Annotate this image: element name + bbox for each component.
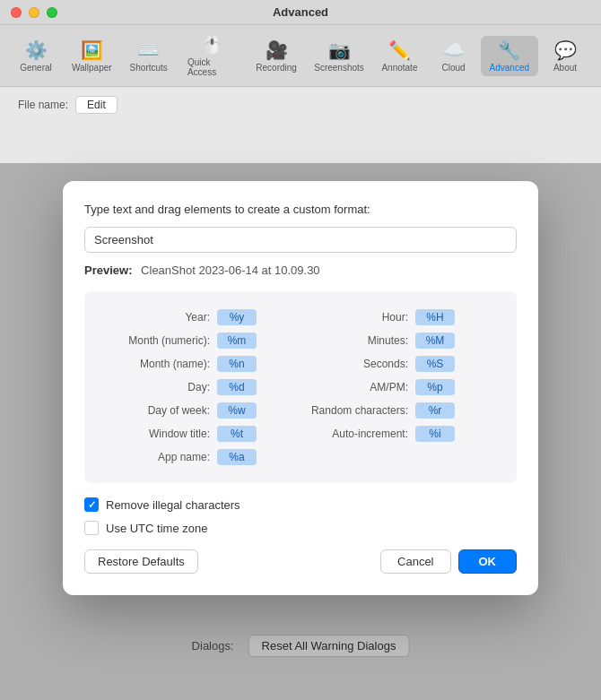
checkbox-row-remove-illegal[interactable]: Remove illegal characters bbox=[84, 497, 517, 512]
minimize-button[interactable] bbox=[29, 7, 39, 18]
ok-button[interactable]: OK bbox=[458, 549, 518, 574]
format-row-hour: Hour: %H bbox=[300, 306, 499, 329]
format-badge-year[interactable]: %y bbox=[217, 309, 257, 325]
format-row-month-name: Month (name): %n bbox=[102, 352, 300, 376]
window-controls bbox=[11, 7, 57, 18]
format-label-month-name: Month (name): bbox=[102, 358, 210, 370]
format-row-minutes: Minutes: %M bbox=[300, 329, 499, 352]
format-label-auto-increment: Auto-increment: bbox=[300, 428, 408, 440]
format-row-month-num: Month (numeric): %m bbox=[102, 329, 300, 352]
format-badge-random[interactable]: %r bbox=[415, 402, 455, 419]
utc-timezone-label: Use UTC time zone bbox=[106, 522, 207, 535]
file-name-label: File name: bbox=[18, 99, 68, 111]
format-badge-window-title[interactable]: %t bbox=[217, 426, 257, 442]
about-icon: 💬 bbox=[554, 39, 577, 61]
format-badge-month-name[interactable]: %n bbox=[217, 356, 257, 372]
modal-dialog: Type text and drag elements to create a … bbox=[63, 181, 538, 595]
toolbar-label-annotate: Annotate bbox=[381, 63, 417, 73]
preview-value: CleanShot 2023-06-14 at 10.09.30 bbox=[141, 264, 320, 277]
format-badge-auto-increment[interactable]: %i bbox=[415, 426, 455, 442]
background-content: File name: Edit ✓ Keep line breaks ✓ Det… bbox=[0, 87, 601, 700]
toolbar-item-recording[interactable]: 🎥 Recording bbox=[247, 36, 305, 76]
toolbar: ⚙️ General 🖼️ Wallpaper ⌨️ Shortcuts 🖱️ … bbox=[0, 25, 601, 87]
general-icon: ⚙️ bbox=[25, 39, 48, 61]
toolbar-label-shortcuts: Shortcuts bbox=[130, 63, 168, 73]
modal-overlay: Type text and drag elements to create a … bbox=[0, 163, 601, 700]
format-row-ampm: AM/PM: %p bbox=[300, 376, 499, 399]
format-label-day: Day: bbox=[102, 381, 210, 393]
checkbox-row-utc[interactable]: Use UTC time zone bbox=[84, 521, 517, 535]
format-badge-ampm[interactable]: %p bbox=[415, 379, 455, 395]
format-row-app-name: App name: %a bbox=[102, 445, 300, 469]
toolbar-label-advanced: Advanced bbox=[490, 63, 529, 73]
toolbar-item-about[interactable]: 💬 About bbox=[538, 36, 592, 76]
remove-illegal-checkbox[interactable] bbox=[84, 497, 99, 512]
restore-defaults-button[interactable]: Restore Defaults bbox=[84, 549, 198, 574]
format-table: Year: %y Month (numeric): %m Month (name… bbox=[84, 291, 517, 483]
modal-footer: Restore Defaults Cancel OK bbox=[84, 549, 517, 574]
screenshots-icon: 📷 bbox=[328, 39, 351, 61]
close-button[interactable] bbox=[11, 7, 22, 18]
format-label-year: Year: bbox=[102, 311, 210, 324]
window-title: Advanced bbox=[273, 5, 328, 19]
format-label-month-num: Month (numeric): bbox=[102, 334, 210, 347]
file-name-edit-tab[interactable]: Edit bbox=[75, 96, 118, 114]
toolbar-item-advanced[interactable]: 🔧 Advanced bbox=[481, 36, 538, 76]
toolbar-label-general: General bbox=[20, 63, 52, 73]
format-badge-hour[interactable]: %H bbox=[415, 309, 455, 325]
toolbar-item-screenshots[interactable]: 📷 Screenshots bbox=[306, 36, 372, 76]
format-badge-month-num[interactable]: %m bbox=[217, 333, 257, 349]
toolbar-label-screenshots: Screenshots bbox=[314, 63, 364, 73]
cloud-icon: ☁️ bbox=[442, 39, 465, 61]
toolbar-item-annotate[interactable]: ✏️ Annotate bbox=[372, 36, 426, 76]
shortcuts-icon: ⌨️ bbox=[137, 39, 160, 61]
format-badge-day-of-week[interactable]: %w bbox=[217, 402, 257, 419]
format-row-seconds: Seconds: %S bbox=[300, 352, 499, 376]
filename-format-input[interactable] bbox=[84, 227, 517, 253]
format-label-day-of-week: Day of week: bbox=[102, 404, 210, 417]
format-badge-seconds[interactable]: %S bbox=[415, 356, 455, 372]
toolbar-item-general[interactable]: ⚙️ General bbox=[9, 36, 63, 76]
preview-line: Preview: CleanShot 2023-06-14 at 10.09.3… bbox=[84, 264, 517, 277]
format-row-window-title: Window title: %t bbox=[102, 422, 300, 445]
advanced-icon: 🔧 bbox=[498, 39, 520, 61]
format-label-ampm: AM/PM: bbox=[300, 381, 408, 393]
toolbar-label-about: About bbox=[553, 63, 577, 73]
format-row-year: Year: %y bbox=[102, 306, 300, 329]
toolbar-item-wallpaper[interactable]: 🖼️ Wallpaper bbox=[63, 36, 121, 76]
cancel-button[interactable]: Cancel bbox=[380, 549, 450, 574]
modal-action-buttons: Cancel OK bbox=[380, 549, 517, 574]
utc-timezone-checkbox[interactable] bbox=[84, 521, 99, 535]
toolbar-item-cloud[interactable]: ☁️ Cloud bbox=[427, 36, 481, 76]
wallpaper-icon: 🖼️ bbox=[81, 39, 103, 61]
maximize-button[interactable] bbox=[47, 7, 57, 18]
titlebar: Advanced bbox=[0, 0, 601, 25]
format-col-left: Year: %y Month (numeric): %m Month (name… bbox=[102, 306, 300, 469]
recording-icon: 🎥 bbox=[266, 39, 288, 61]
modal-title: Type text and drag elements to create a … bbox=[84, 203, 517, 216]
toolbar-item-shortcuts[interactable]: ⌨️ Shortcuts bbox=[121, 36, 177, 76]
format-row-random: Random characters: %r bbox=[300, 399, 499, 422]
remove-illegal-label: Remove illegal characters bbox=[106, 498, 240, 512]
toolbar-label-recording: Recording bbox=[256, 63, 297, 73]
format-label-window-title: Window title: bbox=[102, 428, 210, 440]
format-label-minutes: Minutes: bbox=[300, 334, 408, 347]
file-name-bar: File name: Edit bbox=[18, 96, 583, 114]
quick-access-icon: 🖱️ bbox=[201, 34, 223, 56]
format-grid: Year: %y Month (numeric): %m Month (name… bbox=[102, 306, 499, 469]
format-col-right: Hour: %H Minutes: %M Seconds: %S AM/PM bbox=[300, 306, 499, 469]
preview-label: Preview: bbox=[84, 264, 132, 277]
format-label-hour: Hour: bbox=[300, 311, 408, 324]
format-badge-app-name[interactable]: %a bbox=[217, 449, 257, 465]
toolbar-label-cloud: Cloud bbox=[442, 63, 466, 73]
format-label-random: Random characters: bbox=[300, 404, 408, 417]
toolbar-label-quick-access: Quick Access bbox=[187, 57, 237, 77]
format-label-app-name: App name: bbox=[102, 451, 210, 463]
format-badge-day[interactable]: %d bbox=[217, 379, 257, 395]
annotate-icon: ✏️ bbox=[388, 39, 411, 61]
toolbar-item-quick-access[interactable]: 🖱️ Quick Access bbox=[177, 30, 248, 81]
format-label-seconds: Seconds: bbox=[300, 358, 408, 370]
format-badge-minutes[interactable]: %M bbox=[415, 333, 455, 349]
format-row-day-of-week: Day of week: %w bbox=[102, 399, 300, 422]
toolbar-label-wallpaper: Wallpaper bbox=[72, 63, 112, 73]
